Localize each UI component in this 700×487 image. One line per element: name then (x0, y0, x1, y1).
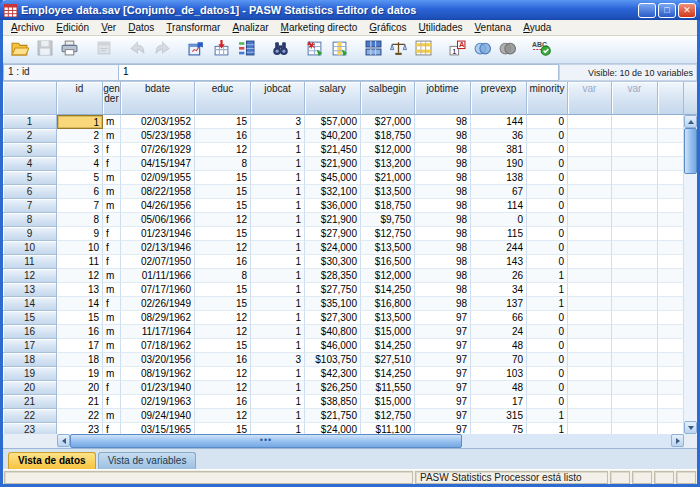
cell-salary-row12[interactable]: $28,350 (305, 269, 361, 283)
cell-id-row20[interactable]: 20 (57, 381, 103, 395)
goto-case-button[interactable] (209, 38, 234, 62)
cell-jobcat-row11[interactable]: 1 (251, 255, 305, 269)
cell-jobcat-row8[interactable]: 1 (251, 213, 305, 227)
row-header-1[interactable]: 1 (3, 115, 57, 129)
cell-var1-row17[interactable] (568, 339, 612, 353)
cell-minority-row14[interactable]: 1 (527, 297, 568, 311)
cell-var2-row4[interactable] (612, 157, 658, 171)
cell-gender-row23[interactable]: f (103, 423, 121, 434)
cell-gender-row8[interactable]: f (103, 213, 121, 227)
column-header-educ[interactable]: educ (195, 82, 251, 115)
menu-ver[interactable]: Ver (95, 21, 122, 34)
cell-gender-row14[interactable]: f (103, 297, 121, 311)
scroll-right-button[interactable] (671, 434, 684, 447)
horizontal-scroll-track[interactable] (462, 434, 671, 448)
cell-educ-row15[interactable]: 12 (195, 311, 251, 325)
cell-minority-row11[interactable]: 0 (527, 255, 568, 269)
cell-minority-row23[interactable]: 1 (527, 423, 568, 434)
row-header-2[interactable]: 2 (3, 129, 57, 143)
cell-id-row12[interactable]: 12 (57, 269, 103, 283)
cell-salary-row10[interactable]: $24,000 (305, 241, 361, 255)
row-header-14[interactable]: 14 (3, 297, 57, 311)
grid-corner-cell[interactable] (3, 82, 57, 115)
column-header-bdate[interactable]: bdate (121, 82, 195, 115)
cell-jobtime-row5[interactable]: 98 (415, 171, 471, 185)
cell-id-row7[interactable]: 7 (57, 199, 103, 213)
cell-minority-row13[interactable]: 1 (527, 283, 568, 297)
cell-jobtime-row4[interactable]: 98 (415, 157, 471, 171)
menu-transformar[interactable]: Transformar (160, 21, 226, 34)
vertical-scrollbar[interactable] (684, 82, 697, 434)
cell-id-row3[interactable]: 3 (57, 143, 103, 157)
cell-gender-row6[interactable]: m (103, 185, 121, 199)
cell-jobcat-row16[interactable]: 1 (251, 325, 305, 339)
cell-minority-row18[interactable]: 0 (527, 353, 568, 367)
scroll-down-button[interactable] (684, 421, 697, 434)
cell-bdate-row17[interactable]: 07/18/1962 (121, 339, 195, 353)
cell-var1-row15[interactable] (568, 311, 612, 325)
horizontal-scroll-thumb[interactable]: ••• (70, 434, 462, 448)
cell-educ-row22[interactable]: 12 (195, 409, 251, 423)
open-file-button[interactable] (7, 38, 32, 62)
cell-educ-row8[interactable]: 12 (195, 213, 251, 227)
cell-jobcat-row14[interactable]: 1 (251, 297, 305, 311)
cell-gender-row22[interactable]: m (103, 409, 121, 423)
cell-gender-row3[interactable]: f (103, 143, 121, 157)
cell-bdate-row10[interactable]: 02/13/1946 (121, 241, 195, 255)
cell-jobtime-row22[interactable]: 97 (415, 409, 471, 423)
row-header-10[interactable]: 10 (3, 241, 57, 255)
cell-jobtime-row14[interactable]: 98 (415, 297, 471, 311)
spreadsheet[interactable]: idgenderbdateeducjobcatsalarysalbeginjob… (3, 82, 684, 434)
cell-id-row9[interactable]: 9 (57, 227, 103, 241)
cell-id-row13[interactable]: 13 (57, 283, 103, 297)
cell-salary-row7[interactable]: $36,000 (305, 199, 361, 213)
cell-minority-row1[interactable]: 0 (527, 115, 568, 129)
cell-minority-row16[interactable]: 0 (527, 325, 568, 339)
cell-var1-row4[interactable] (568, 157, 612, 171)
cell-var1-row23[interactable] (568, 423, 612, 434)
cell-var1-row2[interactable] (568, 129, 612, 143)
cell-minority-row6[interactable]: 0 (527, 185, 568, 199)
cell-jobcat-row20[interactable]: 1 (251, 381, 305, 395)
row-header-20[interactable]: 20 (3, 381, 57, 395)
row-header-22[interactable]: 22 (3, 409, 57, 423)
cell-var2-row2[interactable] (612, 129, 658, 143)
cell-bdate-row8[interactable]: 05/06/1966 (121, 213, 195, 227)
weight-cases-button[interactable] (386, 38, 411, 62)
cell-id-row11[interactable]: 11 (57, 255, 103, 269)
cell-salbegin-row11[interactable]: $16,500 (361, 255, 415, 269)
insert-cases-button[interactable] (302, 38, 327, 62)
cell-gender-row10[interactable]: f (103, 241, 121, 255)
vertical-scroll-track[interactable] (684, 174, 697, 421)
cell-salbegin-row22[interactable]: $12,750 (361, 409, 415, 423)
cell-educ-row16[interactable]: 12 (195, 325, 251, 339)
cell-jobtime-row16[interactable]: 97 (415, 325, 471, 339)
cell-minority-row5[interactable]: 0 (527, 171, 568, 185)
cell-jobtime-row10[interactable]: 98 (415, 241, 471, 255)
cell-id-row22[interactable]: 22 (57, 409, 103, 423)
cell-gender-row19[interactable]: m (103, 367, 121, 381)
cell-var2-row22[interactable] (612, 409, 658, 423)
menu-gr-ficos[interactable]: Gráficos (363, 21, 412, 34)
cell-var2-row3[interactable] (612, 143, 658, 157)
cell-gender-row7[interactable]: m (103, 199, 121, 213)
cell-salary-row2[interactable]: $40,200 (305, 129, 361, 143)
cell-minority-row19[interactable]: 0 (527, 367, 568, 381)
row-header-18[interactable]: 18 (3, 353, 57, 367)
cell-bdate-row16[interactable]: 11/17/1964 (121, 325, 195, 339)
cell-salary-row13[interactable]: $27,750 (305, 283, 361, 297)
cell-jobcat-row4[interactable]: 1 (251, 157, 305, 171)
cell-prevexp-row13[interactable]: 34 (471, 283, 527, 297)
row-header-21[interactable]: 21 (3, 395, 57, 409)
cell-educ-row11[interactable]: 16 (195, 255, 251, 269)
row-header-17[interactable]: 17 (3, 339, 57, 353)
cell-salbegin-row18[interactable]: $27,510 (361, 353, 415, 367)
cell-bdate-row7[interactable]: 04/26/1956 (121, 199, 195, 213)
cell-prevexp-row12[interactable]: 26 (471, 269, 527, 283)
cell-gender-row17[interactable]: m (103, 339, 121, 353)
cell-jobtime-row12[interactable]: 98 (415, 269, 471, 283)
cell-var2-row8[interactable] (612, 213, 658, 227)
cell-var1-row1[interactable] (568, 115, 612, 129)
cell-var1-row13[interactable] (568, 283, 612, 297)
cell-jobtime-row23[interactable]: 97 (415, 423, 471, 434)
